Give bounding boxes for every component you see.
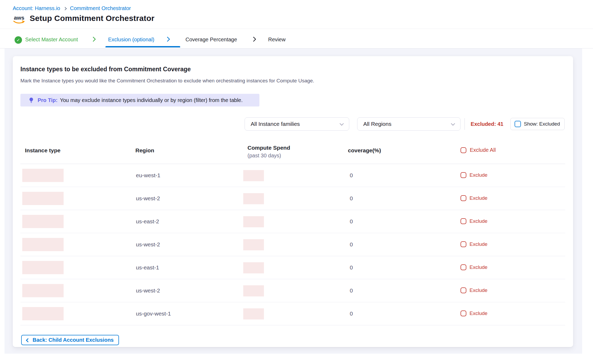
breadcrumb-page-link[interactable]: Commitment Orchestrator (70, 5, 131, 11)
exclude-control[interactable]: Exclude (461, 241, 488, 247)
coverage-cell: 0 (350, 264, 353, 271)
compute-spend-placeholder (243, 239, 264, 250)
aws-logo: aws (13, 15, 25, 25)
region-cell: us-west-2 (136, 287, 160, 294)
breadcrumb-account-link[interactable]: Account: Harness.io (13, 5, 60, 11)
step-review[interactable]: Review (268, 36, 286, 43)
exclude-checkbox[interactable] (461, 264, 466, 270)
exclude-control[interactable]: Exclude (461, 172, 488, 178)
compute-spend-placeholder (243, 285, 264, 296)
exclude-label: Exclude (470, 241, 488, 247)
table-row: us-east-2 0 Exclude (20, 210, 565, 233)
step-coverage-percentage[interactable]: Coverage Percentage (185, 36, 237, 43)
region-cell: us-east-1 (136, 264, 159, 271)
exclude-checkbox[interactable] (461, 287, 466, 293)
coverage-cell: 0 (350, 195, 353, 202)
breadcrumb-chevron-icon (63, 7, 67, 10)
excluded-count: Excluded: 41 (466, 117, 508, 131)
exclude-label: Exclude (470, 195, 488, 201)
back-button[interactable]: Back: Child Account Exclusions (21, 335, 119, 345)
instance-type-placeholder (22, 215, 64, 228)
show-excluded-checkbox[interactable] (515, 121, 521, 127)
breadcrumb: Account: Harness.io Commitment Orchestra… (13, 5, 131, 11)
instance-families-value: All Instance families (251, 121, 340, 127)
exclude-checkbox[interactable] (461, 241, 466, 247)
coverage-cell: 0 (350, 218, 353, 225)
page-title: Setup Commitment Orchestrator (30, 14, 154, 23)
chevron-left-icon (26, 338, 30, 342)
coverage-cell: 0 (350, 172, 353, 179)
col-header-compute-spend-sub: (past 30 days) (247, 153, 281, 159)
exclude-checkbox[interactable] (461, 172, 466, 178)
chevron-down-icon (340, 121, 344, 126)
exclude-control[interactable]: Exclude (461, 310, 488, 316)
region-cell: us-west-2 (136, 195, 160, 202)
exclude-control[interactable]: Exclude (461, 218, 488, 224)
exclude-control[interactable]: Exclude (461, 287, 488, 293)
table-row: us-gov-west-1 0 Exclude (20, 302, 565, 325)
coverage-cell: 0 (350, 287, 353, 294)
exclude-label: Exclude (470, 287, 488, 293)
show-excluded-button[interactable]: Show: Excluded (510, 118, 565, 130)
pro-tip-text: You may exclude instance types individua… (60, 97, 243, 103)
step-select-master-account[interactable]: Select Master Account (25, 36, 78, 43)
exclude-control[interactable]: Exclude (461, 264, 488, 270)
exclude-all-control[interactable]: Exclude All (461, 147, 496, 153)
step-chevron-icon-3 (251, 37, 256, 42)
step-exclusion[interactable]: Exclusion (optional) (108, 36, 154, 43)
exclude-all-checkbox[interactable] (461, 147, 466, 153)
instance-type-placeholder (22, 307, 64, 320)
region-cell: us-east-2 (136, 218, 159, 225)
compute-spend-placeholder (243, 170, 264, 181)
table-row: us-west-2 0 Exclude (20, 187, 565, 210)
exclude-checkbox[interactable] (461, 218, 466, 224)
exclude-label: Exclude (470, 264, 488, 270)
instance-type-placeholder (22, 192, 64, 205)
section-title: Instance types to be excluded from Commi… (20, 66, 191, 73)
section-subtitle: Mark the Instance types you would like t… (20, 78, 314, 84)
coverage-cell: 0 (350, 241, 353, 248)
instance-type-placeholder (22, 284, 64, 297)
compute-spend-placeholder (243, 193, 264, 204)
coverage-cell: 0 (350, 310, 353, 317)
step-chevron-icon-1 (91, 37, 96, 42)
instance-type-placeholder (22, 169, 64, 182)
pro-tip-label: Pro Tip: (38, 97, 57, 103)
back-button-label: Back: Child Account Exclusions (33, 337, 114, 343)
filter-divider (464, 118, 465, 130)
page: Account: Harness.io Commitment Orchestra… (0, 0, 593, 364)
step-chevron-icon-2 (165, 37, 170, 42)
exclude-checkbox[interactable] (461, 310, 466, 316)
instance-type-placeholder (22, 238, 64, 251)
exclude-label: Exclude (470, 172, 488, 178)
col-header-instance-type: Instance type (25, 147, 60, 154)
exclude-checkbox[interactable] (461, 195, 466, 201)
pro-tip-banner: Pro Tip: You may exclude instance types … (20, 94, 259, 106)
exclude-control[interactable]: Exclude (461, 195, 488, 201)
regions-select[interactable]: All Regions (357, 117, 461, 131)
instance-families-select[interactable]: All Instance families (245, 117, 349, 131)
region-cell: eu-west-1 (136, 172, 160, 179)
col-header-compute-spend: Compute Spend (247, 145, 290, 151)
regions-value: All Regions (363, 121, 452, 127)
lightbulb-icon (28, 97, 34, 103)
compute-spend-placeholder (243, 308, 264, 319)
active-step-underline (105, 46, 180, 47)
title-divider (0, 29, 593, 29)
table-row: us-east-1 0 Exclude (20, 256, 565, 279)
aws-logo-text: aws (14, 15, 24, 21)
compute-spend-placeholder (243, 262, 264, 273)
exclude-label: Exclude (470, 218, 488, 224)
col-header-coverage: coverage(%) (348, 147, 381, 154)
table-row: eu-west-1 0 Exclude (20, 164, 565, 187)
show-excluded-label: Show: Excluded (524, 121, 560, 127)
exclude-label: Exclude (470, 310, 488, 316)
step-completed-check-icon: ✓ (15, 36, 22, 44)
exclude-all-label: Exclude All (470, 147, 496, 153)
instance-type-placeholder (22, 261, 64, 274)
compute-spend-placeholder (243, 216, 264, 227)
table-row: us-west-2 0 Exclude (20, 233, 565, 256)
table-row: us-west-2 0 Exclude (20, 279, 565, 302)
exclusion-card: Instance types to be excluded from Commi… (13, 56, 573, 347)
region-cell: us-gov-west-1 (136, 310, 171, 317)
